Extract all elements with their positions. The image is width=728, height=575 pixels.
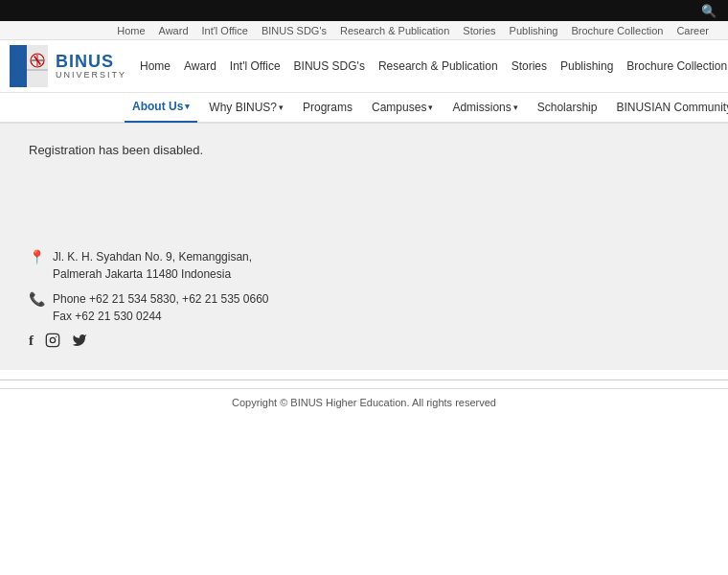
svg-point-9 — [56, 336, 57, 337]
nav-brochure[interactable]: Brochure Collection — [571, 25, 663, 36]
logo-area: BINUS UNIVERSITY — [10, 45, 115, 87]
nav-intl-main[interactable]: Int'l Office — [224, 57, 286, 76]
nav-publishing[interactable]: Publishing — [510, 25, 558, 36]
twitter-icon[interactable] — [72, 333, 87, 351]
secondary-nav: Home Award Int'l Office BINUS SDG's Rese… — [0, 21, 728, 40]
nav-about-us[interactable]: About Us ▾ — [125, 92, 197, 123]
logo-binus-text: BINUS — [56, 53, 126, 70]
second-row-nav: About Us ▾ Why BINUS? ▾ Programs Campuse… — [0, 93, 728, 124]
phone-row: 📞 Phone +62 21 534 5830, +62 21 535 0660… — [29, 290, 699, 325]
nav-binusian[interactable]: BINUSIAN Community — [608, 92, 728, 123]
nav-award-main[interactable]: Award — [178, 57, 222, 76]
footer-info: 📍 Jl. K. H. Syahdan No. 9, Kemanggisan, … — [0, 239, 728, 370]
nav-sdg-main[interactable]: BINUS SDG's — [288, 57, 371, 76]
nav-publishing-main[interactable]: Publishing — [555, 57, 619, 76]
footer-copyright: Copyright © BINUS Higher Education. All … — [0, 388, 728, 416]
nav-brochure-main[interactable]: Brochure Collection — [621, 57, 728, 76]
social-row: f — [29, 333, 699, 351]
logo-text: BINUS UNIVERSITY — [56, 53, 126, 80]
logo-university-text: UNIVERSITY — [56, 70, 126, 80]
registration-message: Registration has been disabled. — [29, 143, 699, 157]
location-icon: 📍 — [29, 249, 45, 264]
instagram-icon[interactable] — [45, 333, 60, 351]
address-text: Jl. K. H. Syahdan No. 9, Kemanggisan, Pa… — [53, 248, 252, 283]
top-bar: 🔍 — [0, 0, 728, 21]
about-us-arrow: ▾ — [185, 102, 190, 111]
footer-divider — [0, 380, 728, 380]
search-icon[interactable]: 🔍 — [701, 4, 717, 18]
nav-scholarship[interactable]: Scholarship — [530, 92, 605, 123]
phone-icon: 📞 — [29, 291, 45, 307]
svg-rect-0 — [10, 45, 27, 87]
nav-why-binus[interactable]: Why BINUS? ▾ — [201, 92, 291, 123]
svg-point-8 — [50, 337, 55, 342]
logo-image — [10, 45, 48, 87]
facebook-icon[interactable]: f — [29, 333, 34, 351]
nav-home[interactable]: Home — [117, 25, 145, 36]
campuses-arrow: ▾ — [428, 103, 433, 112]
nav-research[interactable]: Research & Publication — [340, 25, 449, 36]
nav-research-main[interactable]: Research & Publication — [373, 57, 504, 76]
main-header: BINUS UNIVERSITY Home Award Int'l Office… — [0, 40, 728, 93]
nav-home-main[interactable]: Home — [134, 57, 176, 76]
phone-text: Phone +62 21 534 5830, +62 21 535 0660 F… — [53, 290, 269, 325]
why-binus-arrow: ▾ — [279, 103, 284, 112]
svg-rect-7 — [46, 334, 58, 346]
nav-stories-main[interactable]: Stories — [506, 57, 553, 76]
nav-binus-sdg[interactable]: BINUS SDG's — [262, 25, 327, 36]
nav-campuses[interactable]: Campuses ▾ — [364, 92, 441, 123]
nav-career[interactable]: Career — [676, 25, 709, 36]
primary-nav: Home Award Int'l Office BINUS SDG's Rese… — [134, 57, 728, 76]
nav-stories[interactable]: Stories — [463, 25, 495, 36]
admissions-arrow: ▾ — [513, 103, 518, 112]
nav-programs[interactable]: Programs — [295, 92, 360, 123]
nav-admissions[interactable]: Admissions ▾ — [444, 92, 525, 123]
content-area: Registration has been disabled. — [0, 124, 728, 239]
address-row: 📍 Jl. K. H. Syahdan No. 9, Kemanggisan, … — [29, 248, 699, 283]
nav-award[interactable]: Award — [159, 25, 189, 36]
nav-intl-office[interactable]: Int'l Office — [202, 25, 248, 36]
